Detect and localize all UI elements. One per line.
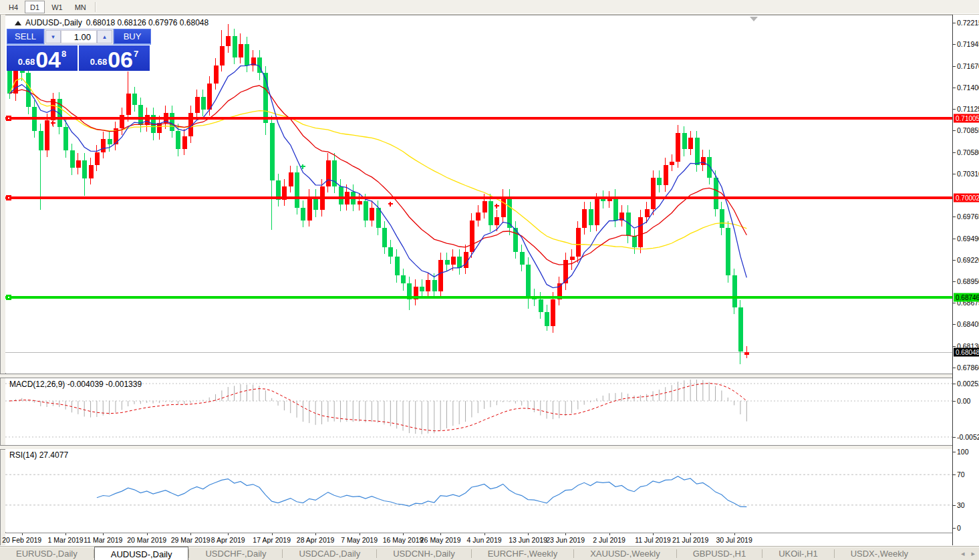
chart-tab-eurchf-weekly[interactable]: EURCHF-,Weekly (472, 547, 574, 560)
timeframe-button-d1[interactable]: D1 (25, 1, 45, 13)
candle-body (214, 65, 219, 84)
candle-body (270, 123, 275, 180)
candle-body (451, 257, 456, 265)
time-tick-label: 11 Jul 2019 (635, 536, 671, 544)
candle-body (688, 138, 693, 149)
candle-body (220, 46, 225, 65)
axis-tick (953, 368, 956, 368)
macd-indicator-pane[interactable]: MACD(12,26,9) -0.004039 -0.001339 (5, 378, 952, 445)
rsi-canvas (5, 449, 952, 532)
candle-body (364, 201, 368, 220)
buy-price-panel[interactable]: 0.68 06 7 (79, 45, 150, 71)
volume-decrease-button[interactable]: ▼ (45, 30, 61, 43)
pane-splitter[interactable] (0, 374, 979, 378)
axis-tick-label: 0.70310 (957, 170, 979, 178)
candle-body (732, 275, 737, 307)
candle-body (426, 280, 430, 291)
axis-tick (953, 437, 956, 438)
time-tick (653, 533, 654, 535)
line-handle-dot (8, 197, 9, 198)
time-tick-label: 16 May 2019 (383, 536, 424, 544)
chart-shift-marker-icon[interactable] (750, 17, 758, 21)
candle-body (233, 36, 237, 57)
axis-tick (953, 152, 956, 153)
tab-scroll-left-icon[interactable]: ◂ (961, 549, 965, 558)
tab-scroll-nav: ◂ ▸ (961, 547, 975, 560)
time-tick (65, 533, 66, 535)
candle-body (245, 44, 249, 65)
candle-body (476, 213, 480, 221)
line-handle-dot (8, 118, 9, 119)
time-tick-label: 17 Apr 2019 (253, 536, 291, 544)
timeframe-button-h4[interactable]: H4 (3, 1, 23, 13)
chart-tab-usdchf-daily[interactable]: USDCHF-,Daily (189, 547, 282, 560)
candle-body (695, 138, 700, 164)
candle-body (239, 44, 243, 57)
candle-body (70, 150, 75, 168)
toolbar-separator (95, 2, 96, 12)
symbol-triangle-icon (15, 21, 21, 25)
chart-tab-gbpusd-h1[interactable]: GBPUSD-,H1 (677, 547, 762, 560)
axis-tick (953, 505, 956, 506)
price-level-badge: 0.70002 (954, 194, 979, 202)
time-tick-label: 30 Jul 2019 (716, 536, 752, 544)
time-tick-label: 28 Apr 2019 (297, 536, 335, 544)
candle-body (339, 186, 343, 204)
candle-body (645, 209, 650, 217)
candle-body (201, 97, 206, 110)
candle-body (707, 157, 712, 178)
candle-body (551, 299, 555, 326)
timeframe-button-w1[interactable]: W1 (46, 1, 68, 13)
candle-body (126, 94, 131, 115)
candle-body (470, 221, 474, 252)
candle-body (358, 201, 362, 204)
axis-tick (953, 130, 956, 131)
time-tick (565, 533, 566, 535)
chart-tab-usdcad-daily[interactable]: USDCAD-,Daily (283, 547, 376, 560)
chart-tab-ukoil-h1[interactable]: UKOil-,H1 (762, 547, 834, 560)
candle-body (582, 209, 587, 228)
volume-increase-button[interactable]: ▲ (97, 30, 112, 43)
time-tick-label: 4 Jun 2019 (467, 536, 502, 544)
axis-tick (953, 324, 956, 325)
timeframe-button-mn[interactable]: MN (69, 1, 92, 13)
sell-price-sup: 8 (61, 49, 66, 59)
rsi-label: RSI(14) 27.4077 (9, 450, 68, 460)
candle-body (501, 196, 506, 217)
chart-symbol-label: AUDUSD-,Daily (25, 18, 82, 27)
chart-tab-usdcnh-daily[interactable]: USDCNH-,Daily (377, 547, 470, 560)
rsi-indicator-pane[interactable]: RSI(14) 27.4077 (5, 449, 952, 532)
candle-body (539, 299, 543, 312)
sell-button[interactable]: SELL (7, 29, 44, 45)
macd-canvas (5, 378, 952, 445)
candle-body (682, 133, 687, 149)
candle-body (326, 160, 331, 186)
sell-price-panel[interactable]: 0.68 04 8 (7, 45, 78, 71)
time-axis[interactable]: 20 Feb 20191 Mar 201911 Mar 201920 Mar 2… (5, 533, 952, 546)
tab-scroll-right-icon[interactable]: ▸ (971, 549, 975, 558)
chart-tab-usdx-weekly[interactable]: USDX-,Weekly (835, 547, 924, 560)
candle-body (495, 217, 499, 225)
price-level-badge: 0.71005 (954, 114, 979, 123)
candle-body (576, 228, 581, 257)
price-axis[interactable]: 0.722150.719450.716700.714000.711250.708… (952, 15, 979, 545)
axis-tick (953, 66, 956, 67)
candle-body (195, 97, 200, 113)
chart-tab-xauusd-weekly[interactable]: XAUUSD-,Weekly (574, 547, 676, 560)
price-chart-pane[interactable]: AUDUSD-,Daily 0.68018 0.68126 0.67976 0.… (5, 15, 952, 373)
chart-tab-eurusd-daily[interactable]: EURUSD-,Daily (0, 547, 94, 560)
candle-body (526, 265, 531, 296)
axis-tick-label: 0.71945 (957, 40, 979, 48)
buy-price-prefix: 0.68 (90, 57, 107, 67)
timeframe-toolbar: H4D1W1MN (0, 0, 979, 15)
candle-body (295, 172, 299, 207)
candle-body (108, 139, 112, 144)
chart-tab-audusd-daily[interactable]: AUDUSD-,Daily (94, 547, 189, 560)
volume-input[interactable]: 1.00 (61, 30, 97, 43)
candle-body (738, 307, 743, 352)
buy-button[interactable]: BUY (114, 29, 151, 45)
time-tick (734, 533, 735, 535)
time-tick-label: 7 May 2019 (341, 536, 378, 544)
time-tick (690, 533, 691, 535)
candle-body (563, 260, 568, 284)
